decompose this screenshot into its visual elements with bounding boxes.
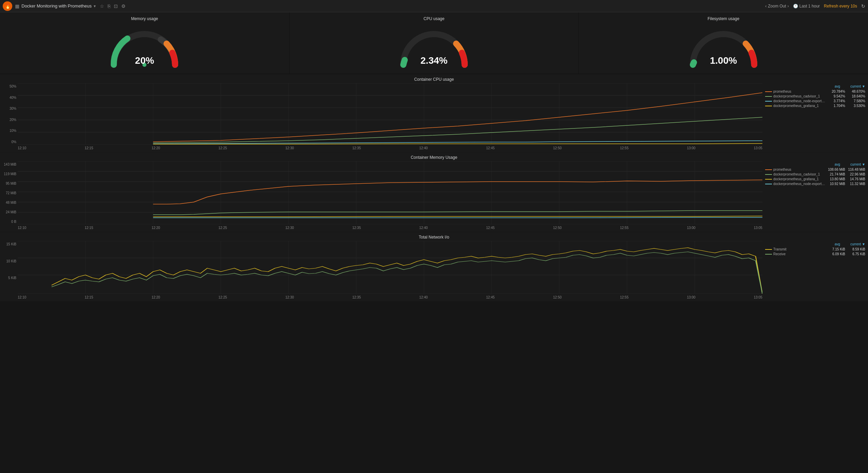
network-chart-area: 15 KiB 10 KiB 5 KiB <box>0 241 868 300</box>
mem-y-0: 0 B <box>3 220 16 224</box>
network-chart-svg <box>18 241 762 294</box>
title-dropdown-icon[interactable]: ▾ <box>94 4 96 9</box>
memory-gauge-container: 20% <box>107 24 182 68</box>
cpu-legend-cadvisor-name: dockerprometheus_cadvisor_1 <box>773 94 825 98</box>
network-chart-panel: Total Network I/o 15 KiB 10 KiB 5 KiB <box>0 232 868 301</box>
settings-icon[interactable]: ⚙ <box>121 3 126 9</box>
cpu-x-1225: 12:25 <box>218 146 227 150</box>
memory-chart-area: 143 MiB 119 MiB 95 MiB 72 MiB 48 MiB 24 … <box>0 161 868 230</box>
cpu-chart-panel: Container CPU usage 50% 40% 30% 20% 10% … <box>0 74 868 152</box>
cpu-x-1235: 12:35 <box>352 146 361 150</box>
cpu-gauge-value: 2.34% <box>420 55 447 66</box>
cpu-chart-yaxis: 50% 40% 30% 20% 10% 0% <box>0 83 18 151</box>
share-icon[interactable]: ⊡ <box>114 3 118 9</box>
net-x-1220: 12:20 <box>152 295 160 299</box>
filesystem-gauge-title: Filesystem usage <box>708 16 739 21</box>
net-legend-receive-avg: 6.09 KiB <box>826 252 845 256</box>
net-legend-current-header: current ▼ <box>850 242 865 246</box>
time-range-label: Last 1 hour <box>800 4 820 9</box>
mem-y-24: 24 MiB <box>3 210 16 214</box>
filesystem-gauge-value: 1.00% <box>710 55 737 66</box>
cpu-chart-area: 50% 40% 30% 20% 10% 0% <box>0 83 868 151</box>
cpu-yaxis-label-0: 0% <box>3 140 16 144</box>
cpu-legend-grafana-name: dockerprometheus_grafana_1 <box>773 104 825 108</box>
mem-y-72: 72 MiB <box>3 191 16 195</box>
mem-y-143: 143 MiB <box>3 163 16 166</box>
cpu-gauge-panel: CPU usage 2.34% <box>290 12 579 74</box>
mem-legend-cadvisor-current: 22.96 MiB <box>847 172 865 176</box>
mem-x-1255: 12:55 <box>620 226 629 230</box>
star-icon[interactable]: ☆ <box>100 3 104 9</box>
cpu-legend-current-header: current ▼ <box>850 85 865 88</box>
cpu-gauge-title: CPU usage <box>423 16 444 21</box>
cpu-legend-prometheus-color <box>765 91 772 92</box>
net-x-1250: 12:50 <box>553 295 562 299</box>
net-y-5: 5 KiB <box>3 276 16 280</box>
mem-legend-cadvisor: dockerprometheus_cadvisor_1 21.74 MiB 22… <box>765 172 865 176</box>
cpu-chart-canvas: 12:10 12:15 12:20 12:25 12:30 12:35 12:4… <box>18 83 762 151</box>
mem-x-1235: 12:35 <box>352 226 361 230</box>
mem-legend-node-exporter-current: 11.32 MiB <box>847 182 865 186</box>
cpu-legend-avg-header: avg <box>835 85 840 88</box>
cpu-x-1215: 12:15 <box>84 146 93 150</box>
mem-x-1210: 12:10 <box>18 226 26 230</box>
mem-legend-prometheus: prometheus 108.66 MiB 116.48 MiB <box>765 168 865 171</box>
mem-y-48: 48 MiB <box>3 201 16 204</box>
refresh-icon[interactable]: ↻ <box>861 3 865 9</box>
cpu-legend-node-exporter-name: dockerprometheus_node-exporter_1 <box>773 99 825 103</box>
grafana-logo: 🔥 <box>3 1 12 11</box>
mem-legend-prometheus-name: prometheus <box>773 168 825 171</box>
cpu-legend-header: avg current ▼ <box>765 85 865 88</box>
mem-x-1250: 12:50 <box>553 226 562 230</box>
zoom-out-control[interactable]: ‹ Zoom Out › <box>765 4 789 9</box>
mem-legend-cadvisor-avg: 21.74 MiB <box>826 172 845 176</box>
net-legend-receive: Receive 6.09 KiB 6.75 KiB <box>765 252 865 256</box>
copy-icon[interactable]: ⎘ <box>108 3 110 9</box>
net-x-1230: 12:30 <box>285 295 294 299</box>
net-x-1305: 13:05 <box>754 295 762 299</box>
clock-icon: 🕐 <box>793 4 798 9</box>
mem-legend-grafana: dockerprometheus_grafana_1 13.80 MiB 14.… <box>765 177 865 181</box>
cpu-legend-prometheus-name: prometheus <box>773 90 825 93</box>
net-legend-transmit-color <box>765 249 772 250</box>
net-x-1300: 13:00 <box>687 295 695 299</box>
cpu-legend-node-exporter-current: 7.580% <box>847 99 865 103</box>
cpu-x-1240: 12:40 <box>419 146 428 150</box>
mem-legend-prometheus-color <box>765 169 772 170</box>
net-x-1215: 12:15 <box>84 295 93 299</box>
cpu-xaxis: 12:10 12:15 12:20 12:25 12:30 12:35 12:4… <box>18 146 762 151</box>
mem-legend-grafana-color <box>765 179 772 180</box>
dashboard-title-area: ▦ Docker Monitoring with Prometheus ▾ <box>15 3 96 9</box>
mem-legend-grafana-name: dockerprometheus_grafana_1 <box>773 177 825 181</box>
network-chart-yaxis: 15 KiB 10 KiB 5 KiB <box>0 241 18 300</box>
mem-legend-cadvisor-name: dockerprometheus_cadvisor_1 <box>773 172 825 176</box>
time-range-control[interactable]: 🕐 Last 1 hour <box>793 4 820 9</box>
cpu-legend-grafana-current: 3.530% <box>847 104 865 108</box>
mem-x-1225: 12:25 <box>218 226 227 230</box>
memory-chart-svg <box>18 161 762 224</box>
memory-chart-panel: Container Memory Usage 143 MiB 119 MiB 9… <box>0 152 868 232</box>
net-legend-receive-color <box>765 254 772 255</box>
filesystem-gauge-panel: Filesystem usage 1.00% <box>579 12 868 74</box>
mem-x-1245: 12:45 <box>486 226 495 230</box>
zoom-out-label: Zoom Out <box>768 4 786 9</box>
zoom-left-icon: ‹ <box>765 4 766 9</box>
network-xaxis: 12:10 12:15 12:20 12:25 12:30 12:35 12:4… <box>18 295 762 300</box>
memory-gauge-value: 20% <box>135 55 154 66</box>
memory-legend-header: avg current ▼ <box>765 163 865 166</box>
cpu-yaxis-label-10: 10% <box>3 129 16 133</box>
cpu-yaxis-label-40: 40% <box>3 96 16 100</box>
mem-legend-cadvisor-color <box>765 174 772 175</box>
mem-x-1305: 13:05 <box>754 226 762 230</box>
zoom-right-icon: › <box>788 4 789 9</box>
mem-legend-node-exporter-name: dockerprometheus_node-exporter_1 <box>773 182 825 186</box>
net-legend-transmit-name: Transmit <box>773 247 825 251</box>
cpu-x-1250: 12:50 <box>553 146 562 150</box>
cpu-legend-prometheus: prometheus 20.784% 48.670% <box>765 90 865 93</box>
net-x-1240: 12:40 <box>419 295 428 299</box>
cpu-legend-grafana-color <box>765 106 772 106</box>
mem-legend-node-exporter-color <box>765 184 772 184</box>
net-x-1225: 12:25 <box>218 295 227 299</box>
mem-legend-avg-header: avg <box>835 163 840 166</box>
cpu-legend-node-exporter: dockerprometheus_node-exporter_1 3.774% … <box>765 99 865 103</box>
